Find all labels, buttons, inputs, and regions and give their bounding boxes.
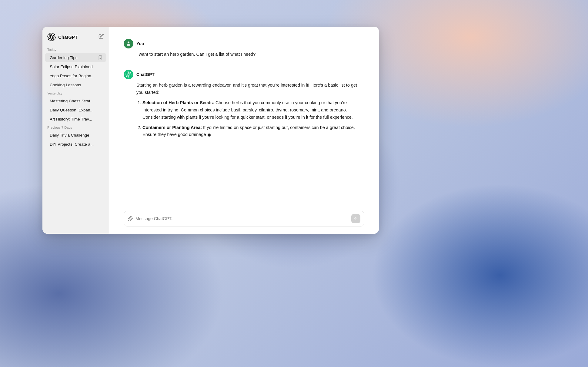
user-sender-label: You	[136, 41, 144, 46]
typing-cursor	[208, 134, 211, 137]
app-title: ChatGPT	[58, 35, 78, 40]
sidebar-item-label: Mastering Chess Strat...	[50, 99, 103, 103]
sidebar-item-solar-eclipse[interactable]: Solar Eclipse Explained	[45, 62, 106, 71]
sidebar-item-mastering-chess[interactable]: Mastering Chess Strat...	[45, 97, 106, 105]
main-window: ChatGPT Today Gardening Tips ···	[42, 27, 379, 234]
edit-button[interactable]	[99, 34, 104, 40]
send-icon	[354, 217, 358, 221]
sidebar-item-label: Daily Question: Expan...	[50, 108, 103, 112]
user-avatar	[124, 39, 133, 48]
svg-point-0	[128, 41, 129, 43]
user-message-content: I want to start an herb garden. Can I ge…	[124, 51, 364, 61]
user-message-header: You	[124, 39, 364, 48]
chatgpt-logo-icon	[47, 33, 56, 41]
sidebar: ChatGPT Today Gardening Tips ···	[42, 27, 109, 234]
more-icon[interactable]: ···	[93, 55, 97, 60]
list-item-1: Selection of Herb Plants or Seeds: Choos…	[142, 99, 364, 121]
sidebar-item-yoga-poses[interactable]: Yoga Poses for Beginn...	[45, 71, 106, 80]
gpt-logo-icon	[125, 71, 132, 78]
sidebar-item-daily-question[interactable]: Daily Question: Expan...	[45, 106, 106, 114]
sidebar-item-label: DIY Projects: Create a...	[50, 142, 103, 147]
bookmark-icon	[98, 55, 103, 60]
sidebar-item-label: Art History: Time Trav...	[50, 117, 103, 121]
gpt-message-content: Starting an herb garden is a rewarding e…	[124, 82, 364, 141]
gpt-sender-label: ChatGPT	[136, 72, 155, 77]
sidebar-item-gardening-tips[interactable]: Gardening Tips ···	[45, 53, 106, 62]
sidebar-item-label: Solar Eclipse Explained	[50, 64, 103, 69]
user-message: You I want to start an herb garden. Can …	[124, 39, 364, 61]
sidebar-item-label: Yoga Poses for Beginn...	[50, 74, 103, 78]
send-button[interactable]	[351, 214, 360, 223]
today-label: Today	[42, 46, 109, 53]
input-area	[109, 206, 379, 234]
gpt-avatar	[124, 70, 133, 79]
gpt-message-header: ChatGPT	[124, 70, 364, 79]
sidebar-item-daily-trivia[interactable]: Daily Trivia Challenge	[45, 131, 106, 140]
yesterday-label: Yesterday	[42, 90, 109, 96]
paperclip-icon	[128, 216, 133, 221]
sidebar-item-art-history[interactable]: Art History: Time Trav...	[45, 115, 106, 124]
messages-container: You I want to start an herb garden. Can …	[109, 27, 379, 206]
sidebar-header: ChatGPT	[42, 31, 109, 46]
sidebar-item-label: Cooking Lessons	[50, 83, 103, 87]
message-input[interactable]	[135, 216, 349, 221]
chat-area: You I want to start an herb garden. Can …	[109, 27, 379, 234]
app-logo: ChatGPT	[47, 33, 78, 41]
list-item-2: Containers or Planting Area: If you're l…	[142, 124, 364, 139]
gpt-message: ChatGPT Starting an herb garden is a rew…	[124, 70, 364, 141]
user-icon	[126, 41, 131, 46]
input-box	[124, 211, 364, 226]
previous-section: Previous 7 Days Daily Trivia Challenge D…	[42, 124, 109, 149]
item-actions: ···	[93, 55, 103, 60]
previous-label: Previous 7 Days	[42, 124, 109, 131]
sidebar-item-label: Gardening Tips	[50, 55, 93, 60]
today-section: Today Gardening Tips ··· Solar Eclipse E…	[42, 46, 109, 90]
sidebar-item-cooking-lessons[interactable]: Cooking Lessons	[45, 81, 106, 89]
gpt-list: Selection of Herb Plants or Seeds: Choos…	[136, 99, 364, 139]
yesterday-section: Yesterday Mastering Chess Strat... Daily…	[42, 90, 109, 124]
sidebar-item-diy-projects[interactable]: DIY Projects: Create a...	[45, 140, 106, 149]
sidebar-item-label: Daily Trivia Challenge	[50, 133, 103, 137]
attach-button[interactable]	[128, 216, 133, 221]
